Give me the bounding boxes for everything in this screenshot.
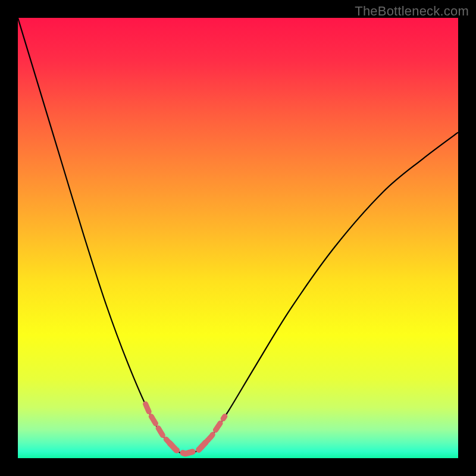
curve-layer [18,18,458,458]
plot-area [18,18,458,458]
chart-frame: TheBottleneck.com [0,0,476,476]
highlight-dashes [146,404,225,453]
attribution-text: TheBottleneck.com [355,4,469,19]
highlight-segment [146,404,170,443]
bottleneck-curve [18,18,458,454]
highlight-segment [207,416,225,441]
highlight-segment [170,441,207,453]
